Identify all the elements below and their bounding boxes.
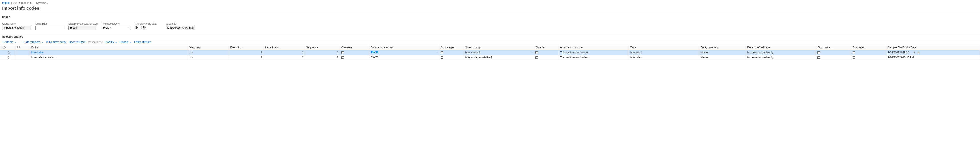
input-description[interactable]	[35, 26, 64, 30]
cell-obsolete[interactable]	[340, 50, 369, 55]
cell-execution-unit[interactable]: 1	[229, 55, 264, 60]
cell-source-format[interactable]: EXCEL⌄	[369, 50, 439, 55]
section-import-header[interactable]: Import	[0, 14, 980, 20]
cell-skip-staging[interactable]	[439, 55, 464, 60]
input-operation-type[interactable]	[68, 26, 97, 30]
table-row[interactable]: Info codes111EXCEL⌄Info_codes$⌄Transacti…	[0, 50, 980, 55]
cmd-add-template[interactable]: +Add template⌄	[22, 41, 43, 44]
cmd-remove-entity[interactable]: 🗑Remove entity	[46, 41, 66, 44]
table-row[interactable]: Info code translation112EXCELInfo_code_t…	[0, 55, 980, 60]
cell-disable[interactable]	[534, 55, 559, 60]
entities-toolbar: +Add file⌄ | +Add template⌄ 🗑Remove enti…	[0, 40, 980, 45]
col-level[interactable]: Level in ex...	[264, 45, 305, 50]
cmd-entity-attribute[interactable]: Entity attribute	[134, 41, 151, 44]
input-group-id[interactable]	[166, 26, 195, 30]
cell-execution-unit[interactable]: 1	[229, 50, 264, 55]
input-project-category[interactable]	[102, 26, 131, 30]
label-group-id: Group ID	[166, 22, 195, 25]
col-execution-unit[interactable]: Executi...↑	[229, 45, 264, 50]
toggle-truncate-value: No	[143, 26, 146, 29]
row-radio-icon	[8, 51, 10, 54]
col-app-module[interactable]: Application module	[559, 45, 629, 50]
cell-view-map[interactable]	[188, 50, 229, 55]
section-entities-header[interactable]: Selected entities	[0, 34, 980, 40]
cell-app-module[interactable]: Transactions and orders	[559, 55, 629, 60]
cmd-add-file[interactable]: +Add file⌄	[2, 41, 16, 44]
col-entity-category[interactable]: Entity category	[699, 45, 746, 50]
cell-tags[interactable]: Infocodes	[629, 55, 699, 60]
col-entity[interactable]: Entity	[30, 45, 188, 50]
col-view-map[interactable]: View map	[188, 45, 229, 50]
col-refresh-type[interactable]: Default refresh type	[746, 45, 816, 50]
col-sequence[interactable]: Sequence	[305, 45, 340, 50]
cell-sample-expiry[interactable]: 1/24/2025 5:43:47 PM	[886, 55, 980, 60]
cell-sheet-lookup[interactable]: Info_code_translation$	[464, 55, 534, 60]
chevron-down-icon: ⌄	[813, 51, 815, 53]
cell-app-module[interactable]: Transactions and orders	[559, 50, 629, 55]
col-sample-expiry[interactable]: Sample File Expiry Date	[886, 45, 980, 50]
cell-entity-category[interactable]: Master	[699, 55, 746, 60]
field-description: Description	[35, 22, 64, 30]
col-select-all[interactable]	[2, 45, 16, 50]
cell-sequence[interactable]: 1	[305, 50, 340, 55]
field-project-category: Project category ⌄	[102, 22, 131, 30]
cell-entity[interactable]: Info codes	[30, 50, 188, 55]
checkbox-icon	[536, 56, 538, 59]
breadcrumb-view-dropdown[interactable]: My view⌄	[36, 1, 48, 5]
col-disable[interactable]: Disable	[534, 45, 559, 50]
label-truncate: Truncate entity data	[135, 22, 162, 25]
cell-stop-level[interactable]	[851, 50, 886, 55]
col-source-format[interactable]: Source data format	[369, 45, 439, 50]
chevron-down-icon: ⌄	[115, 41, 117, 43]
cell-tags[interactable]: Infocodes	[629, 50, 699, 55]
cell-entity-category[interactable]: Master	[699, 50, 746, 55]
label-description: Description	[35, 22, 64, 25]
cell-refresh-type[interactable]: Incremental push only	[746, 55, 816, 60]
cell-stop-unit[interactable]	[816, 50, 851, 55]
cell-sequence[interactable]: 2	[305, 55, 340, 60]
cell-entity[interactable]: Info code translation	[30, 55, 188, 60]
checkbox-icon	[853, 56, 855, 59]
col-sheet-lookup[interactable]: Sheet lookup	[464, 45, 534, 50]
row-status	[16, 55, 30, 60]
col-tags[interactable]: Tags	[629, 45, 699, 50]
col-stop-level[interactable]: Stop level ...	[851, 45, 886, 50]
cell-sample-expiry[interactable]: 1/24/2025 5:43:30 ...🗓🕒	[886, 50, 980, 55]
col-skip-staging[interactable]: Skip staging	[439, 45, 464, 50]
grid-header-row: Entity View map Executi...↑ Level in ex.…	[0, 45, 980, 50]
cell-stop-unit[interactable]	[816, 55, 851, 60]
cmd-open-excel[interactable]: Open in Excel	[69, 41, 86, 44]
field-group-id: Group ID	[166, 22, 195, 30]
plus-icon: +	[22, 41, 24, 44]
row-select[interactable]	[2, 50, 16, 55]
chevron-down-icon: ⌄	[436, 51, 438, 53]
col-obsolete[interactable]: Obsolete	[340, 45, 369, 50]
cell-sheet-lookup[interactable]: Info_codes$⌄	[464, 50, 534, 55]
cell-stop-level[interactable]	[851, 55, 886, 60]
cell-disable[interactable]	[534, 50, 559, 55]
cmd-add-template-label: Add template	[24, 41, 40, 44]
cell-skip-staging[interactable]	[439, 50, 464, 55]
row-select[interactable]	[2, 55, 16, 60]
toggle-truncate[interactable]	[135, 26, 142, 29]
cell-level[interactable]: 1	[264, 50, 305, 55]
cell-obsolete[interactable]	[340, 55, 369, 60]
breadcrumb-segment-ax: AX : Operations	[13, 1, 32, 5]
breadcrumb-sep: |	[11, 1, 12, 5]
cmd-disable[interactable]: Disable⌄	[120, 41, 132, 44]
breadcrumb-sep: |	[34, 1, 35, 5]
import-form: Group name Description Data project oper…	[0, 20, 980, 34]
cmd-resequence: Resequence	[88, 41, 103, 44]
input-group-name[interactable]	[2, 26, 31, 30]
sort-asc-icon: ↑	[242, 47, 243, 49]
breadcrumb-link-import[interactable]: Import	[2, 1, 10, 5]
cell-view-map[interactable]	[188, 55, 229, 60]
checkbox-icon	[341, 56, 344, 59]
col-refresh[interactable]	[16, 45, 30, 50]
cmd-disable-label: Disable	[120, 41, 129, 44]
col-stop-unit[interactable]: Stop unit e...	[816, 45, 851, 50]
cmd-sort-by[interactable]: Sort by⌄	[105, 41, 117, 44]
cell-level[interactable]: 1	[264, 55, 305, 60]
cell-source-format[interactable]: EXCEL	[369, 55, 439, 60]
cell-refresh-type[interactable]: Incremental push only⌄	[746, 50, 816, 55]
